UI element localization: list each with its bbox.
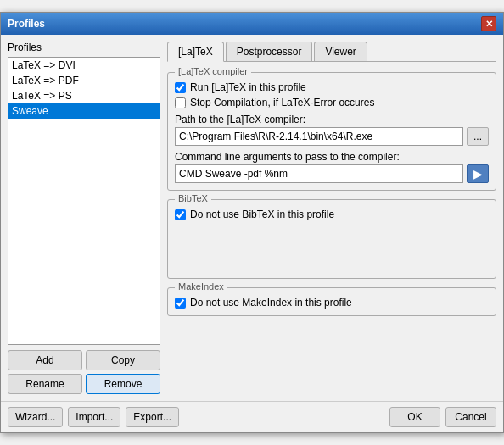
rename-button[interactable]: Rename [8,374,82,394]
wizard-button[interactable]: Wizard... [8,407,63,427]
no-makeindex-row: Do not use MakeIndex in this profile [175,297,489,309]
profiles-list[interactable]: LaTeX => DVI LaTeX => PDF LaTeX => PS Sw… [8,57,160,345]
path-input[interactable] [175,127,463,146]
title-bar: Profiles ✕ [1,13,503,35]
path-row: ... [175,127,489,146]
main-content: Profiles LaTeX => DVI LaTeX => PDF LaTeX… [1,35,503,401]
tab-viewer[interactable]: Viewer [314,42,367,61]
export-button[interactable]: Export... [126,407,179,427]
add-button[interactable]: Add [8,350,82,370]
no-bibtex-checkbox[interactable] [175,209,186,220]
stop-compilation-checkbox[interactable] [175,97,186,108]
no-makeindex-checkbox[interactable] [175,298,186,309]
no-makeindex-label: Do not use MakeIndex in this profile [190,297,352,309]
profile-item-sweave[interactable]: Sweave [8,103,160,119]
args-label: Command line arguments to pass to the co… [175,151,489,163]
compiler-group-title: [La]TeX compiler [175,66,251,76]
cancel-button[interactable]: Cancel [445,407,496,427]
tab-latex[interactable]: [La]TeX [167,42,224,62]
import-button[interactable]: Import... [68,407,120,427]
right-panel: [La]TeX Postprocessor Viewer [La]TeX com… [167,42,496,394]
bottom-right-buttons: OK Cancel [389,407,496,427]
bibtex-group-title: BibTeX [175,193,211,203]
no-bibtex-label: Do not use BibTeX in this profile [190,209,334,220]
profile-buttons: Add Copy Rename Remove [8,350,160,394]
tab-bar: [La]TeX Postprocessor Viewer [167,42,496,62]
stop-compilation-label: Stop Compilation, if LaTeX-Error occures [190,97,374,108]
window-title: Profiles [8,18,45,30]
bottom-bar: Wizard... Import... Export... OK Cancel [1,401,503,432]
remove-button[interactable]: Remove [86,374,160,394]
left-panel: Profiles LaTeX => DVI LaTeX => PDF LaTeX… [8,42,160,394]
bibtex-group: BibTeX Do not use BibTeX in this profile [167,199,496,279]
profile-item-pdf[interactable]: LaTeX => PDF [8,73,160,88]
ok-button[interactable]: OK [389,407,440,427]
profiles-dialog: Profiles ✕ Profiles LaTeX => DVI LaTeX =… [0,12,504,433]
path-label: Path to the [La]TeX compiler: [175,114,489,125]
stop-compilation-row: Stop Compilation, if LaTeX-Error occures [175,97,489,108]
args-arrow-button[interactable]: ▶ [467,164,489,183]
browse-button[interactable]: ... [467,127,489,146]
makeindex-group-title: MakeIndex [175,281,227,292]
args-input[interactable] [175,164,463,183]
profiles-label: Profiles [8,42,160,53]
tab-postprocessor[interactable]: Postprocessor [226,42,313,61]
close-button[interactable]: ✕ [481,16,496,31]
latex-tab-content: [La]TeX compiler Run [La]TeX in this pro… [167,69,496,328]
makeindex-group: MakeIndex Do not use MakeIndex in this p… [167,287,496,316]
copy-button[interactable]: Copy [86,350,160,370]
run-latex-checkbox[interactable] [175,82,186,93]
no-bibtex-row: Do not use BibTeX in this profile [175,209,489,220]
bottom-left-buttons: Wizard... Import... Export... [8,407,384,427]
profile-item-ps[interactable]: LaTeX => PS [8,88,160,103]
run-latex-row: Run [La]TeX in this profile [175,81,489,93]
args-row: ▶ [175,164,489,183]
compiler-group: [La]TeX compiler Run [La]TeX in this pro… [167,72,496,191]
run-latex-label: Run [La]TeX in this profile [190,81,306,93]
profile-item-dvi[interactable]: LaTeX => DVI [8,58,160,73]
